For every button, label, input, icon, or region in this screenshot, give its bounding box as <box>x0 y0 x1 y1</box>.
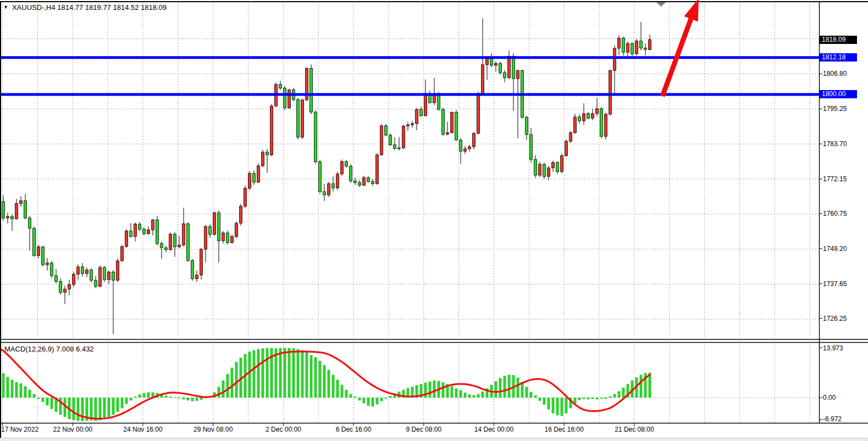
macd-histogram-bar <box>174 397 176 398</box>
candle-bear <box>139 224 141 229</box>
candle-bull <box>37 247 40 255</box>
candle-bear <box>174 234 176 247</box>
background <box>0 0 868 441</box>
macd-histogram-bar <box>187 398 190 400</box>
price-axis-label: 1749.20 <box>823 245 847 253</box>
candle-bull <box>407 125 410 126</box>
candle-bear <box>209 226 212 234</box>
candle-bull <box>565 141 568 156</box>
candle-bear <box>112 272 115 280</box>
candle-bull <box>15 203 18 219</box>
candle-bull <box>64 289 67 292</box>
macd-histogram-bar <box>297 349 300 398</box>
macd-histogram-bar <box>517 378 519 398</box>
macd-histogram-bar <box>42 398 45 402</box>
candle-bear <box>512 56 515 79</box>
candle-bull <box>270 106 273 155</box>
candle-bear <box>530 135 533 159</box>
candle-bull <box>99 267 102 286</box>
macd-histogram-bar <box>103 398 106 419</box>
candle-bear <box>385 126 388 135</box>
price-axis-label: 1737.65 <box>823 280 847 288</box>
macd-histogram-bar <box>389 396 392 398</box>
macd-histogram-bar <box>433 381 436 398</box>
candle-bull <box>231 237 234 243</box>
candle-bull <box>635 41 638 54</box>
macd-histogram-bar <box>51 398 53 409</box>
candle-bear <box>33 228 36 256</box>
bottom-scroll-strip[interactable] <box>0 438 868 441</box>
macd-histogram-bar <box>112 398 115 415</box>
chart-canvas[interactable] <box>0 0 868 441</box>
macd-histogram-bar <box>226 374 229 398</box>
candle-bull <box>591 114 594 118</box>
candle-bull <box>416 109 418 124</box>
candle-bull <box>618 38 621 48</box>
candle-bull <box>235 223 238 236</box>
candle-bear <box>130 231 132 237</box>
candle-bear <box>367 177 370 181</box>
macd-histogram-bar <box>29 390 31 398</box>
candle-bear <box>499 64 502 73</box>
price-axis-label: 1760.75 <box>823 210 847 217</box>
candle-bear <box>372 182 374 184</box>
candle-bull <box>508 56 511 77</box>
candle-bull <box>178 245 181 247</box>
candle-bull <box>552 163 555 168</box>
candle-bear <box>534 159 537 175</box>
macd-indicator-label: MACD(12,26,9) 7.008 6.432 <box>4 345 94 353</box>
macd-histogram-bar <box>323 365 326 398</box>
macd-histogram-bar <box>178 398 181 398</box>
macd-histogram-bar <box>543 398 546 405</box>
candle-bear <box>323 192 326 195</box>
candle-bull <box>468 147 471 149</box>
macd-histogram-bar <box>108 398 110 417</box>
macd-histogram-bar <box>495 381 497 398</box>
price-axis-label: 1772.15 <box>823 175 847 183</box>
macd-histogram-bar <box>319 361 322 398</box>
candle-bear <box>59 281 62 292</box>
candle-bull <box>248 174 251 188</box>
macd-histogram-bar <box>121 398 124 409</box>
candle-bear <box>460 140 462 151</box>
macd-histogram-bar <box>376 398 379 404</box>
macd-histogram-bar <box>37 398 40 399</box>
candle-bull <box>561 156 563 172</box>
candle-bull <box>649 40 651 49</box>
candle-bull <box>117 261 119 280</box>
macd-histogram-bar <box>499 378 502 398</box>
macd-histogram-bar <box>257 349 260 398</box>
candle-bear <box>319 162 322 192</box>
macd-histogram-bar <box>248 351 251 398</box>
trading-chart-window: ▼ XAUUSD-,H4 1814.77 1819.77 1814.52 181… <box>0 0 868 441</box>
candle-bull <box>451 113 454 133</box>
price-axis-label: 1795.25 <box>823 105 847 113</box>
symbol-dropdown-icon[interactable]: ▼ <box>3 4 8 11</box>
candle-bull <box>46 263 49 265</box>
candle-bull <box>464 149 467 151</box>
macd-histogram-bar <box>455 388 458 398</box>
candle-bear <box>640 41 643 48</box>
macd-histogram-bar <box>556 398 559 416</box>
macd-histogram-bar <box>196 398 198 401</box>
candle-bull <box>20 200 23 203</box>
macd-histogram-bar <box>534 395 537 398</box>
macd-histogram-bar <box>504 376 506 398</box>
candle-bear <box>358 182 361 185</box>
candle-bear <box>600 109 603 136</box>
bid-price-label: 1818.09 <box>820 36 857 44</box>
candle-bear <box>161 243 163 248</box>
price-axis-label: 1783.70 <box>823 140 847 148</box>
symbol-ohlc-readout[interactable]: ▼ XAUUSD-,H4 1814.77 1819.77 1814.52 181… <box>3 3 167 12</box>
candle-bull <box>262 152 264 166</box>
candle-bull <box>574 117 577 133</box>
macd-histogram-bar <box>591 398 594 399</box>
candle-bull <box>539 164 541 175</box>
macd-histogram-bar <box>7 377 9 398</box>
macd-histogram-bar <box>143 393 146 398</box>
macd-histogram-bar <box>46 398 49 405</box>
macd-histogram-bar <box>548 398 550 409</box>
time-axis-label: 17 Nov 2022 <box>1 426 38 433</box>
macd-histogram-bar <box>539 398 541 401</box>
candle-bear <box>556 163 559 172</box>
